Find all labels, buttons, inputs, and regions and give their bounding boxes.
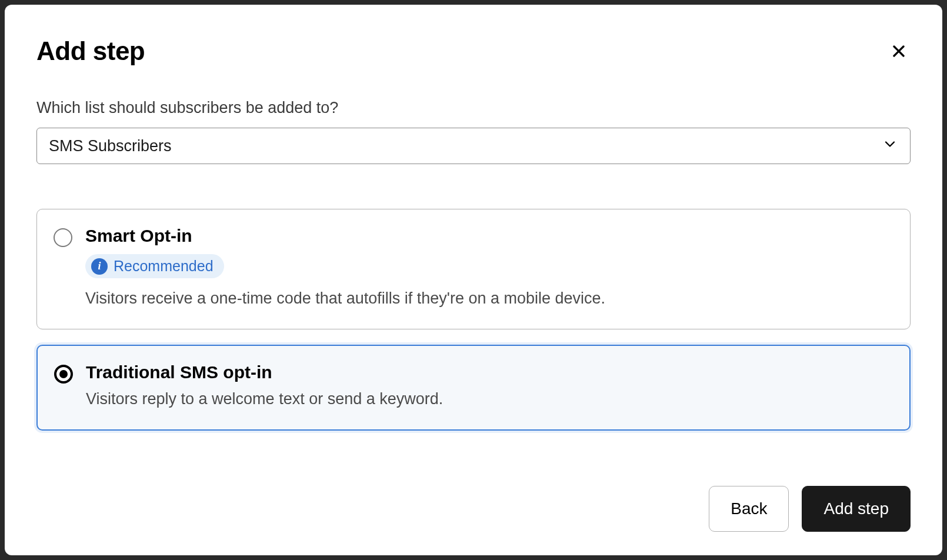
radio-indicator bbox=[54, 228, 72, 247]
option-content: Traditional SMS opt-in Visitors reply to… bbox=[86, 362, 443, 411]
recommended-badge: i Recommended bbox=[85, 254, 224, 278]
close-icon bbox=[889, 42, 908, 61]
list-select-value: SMS Subscribers bbox=[49, 137, 172, 155]
chevron-down-icon bbox=[882, 136, 898, 156]
optin-options-group: Smart Opt-in i Recommended Visitors rece… bbox=[36, 209, 911, 431]
modal-title: Add step bbox=[36, 36, 145, 66]
list-select-wrapper: SMS Subscribers bbox=[36, 128, 911, 164]
option-smart-optin[interactable]: Smart Opt-in i Recommended Visitors rece… bbox=[36, 209, 911, 329]
option-title: Smart Opt-in bbox=[85, 226, 605, 246]
option-traditional-optin[interactable]: Traditional SMS opt-in Visitors reply to… bbox=[36, 345, 911, 431]
radio-indicator bbox=[54, 365, 73, 384]
close-button[interactable] bbox=[887, 39, 911, 63]
add-step-button[interactable]: Add step bbox=[802, 486, 911, 532]
back-button[interactable]: Back bbox=[709, 486, 789, 532]
list-select[interactable]: SMS Subscribers bbox=[36, 128, 911, 164]
badge-text: Recommended bbox=[114, 258, 214, 275]
option-content: Smart Opt-in i Recommended Visitors rece… bbox=[85, 226, 605, 310]
option-title: Traditional SMS opt-in bbox=[86, 362, 443, 382]
modal-footer: Back Add step bbox=[36, 486, 911, 532]
list-field-label: Which list should subscribers be added t… bbox=[36, 99, 911, 117]
add-step-modal: Add step Which list should subscribers b… bbox=[5, 5, 942, 555]
option-description: Visitors receive a one-time code that au… bbox=[85, 288, 605, 310]
option-description: Visitors reply to a welcome text or send… bbox=[86, 388, 443, 411]
modal-header: Add step bbox=[36, 36, 911, 66]
info-icon: i bbox=[91, 258, 108, 275]
